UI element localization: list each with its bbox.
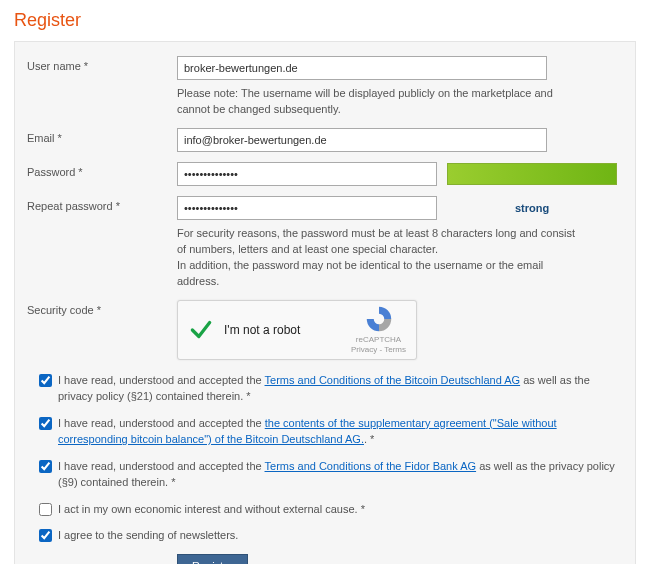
password-label: Password * [27,162,177,178]
security-code-label: Security code * [27,300,177,316]
checkbox-terms-bitcoin[interactable] [39,374,52,387]
repeat-password-label: Repeat password * [27,196,177,212]
agreement-own-interest[interactable]: I act in my own economic interest and wi… [39,501,623,518]
password-input[interactable] [177,162,437,186]
agreement-newsletter[interactable]: I agree to the sending of newsletters. [39,527,623,544]
recaptcha-widget[interactable]: I'm not a robot reCAPTCHA Privacy - Term… [177,300,417,360]
agreements-list: I have read, understood and accepted the… [27,372,623,544]
register-form: User name * Please note: The username wi… [14,41,636,564]
register-button[interactable]: Register [177,554,248,564]
agreement-supplementary[interactable]: I have read, understood and accepted the… [39,415,623,448]
email-input[interactable] [177,128,547,152]
username-label: User name * [27,56,177,72]
agreement-terms-fidor[interactable]: I have read, understood and accepted the… [39,458,623,491]
password-strength-label: strong [447,202,617,214]
username-help: Please note: The username will be displa… [177,86,587,118]
password-strength-bar [447,163,617,185]
checkbox-terms-fidor[interactable] [39,460,52,473]
recaptcha-icon [365,305,393,333]
recaptcha-brand: reCAPTCHA Privacy - Terms [351,305,406,354]
link-terms-bitcoin[interactable]: Terms and Conditions of the Bitcoin Deut… [265,374,521,386]
email-label: Email * [27,128,177,144]
checkbox-supplementary[interactable] [39,417,52,430]
captcha-text: I'm not a robot [224,323,300,337]
link-terms-fidor[interactable]: Terms and Conditions of the Fidor Bank A… [265,460,477,472]
checkmark-icon [188,317,214,343]
agreement-terms-bitcoin[interactable]: I have read, understood and accepted the… [39,372,623,405]
checkbox-newsletter[interactable] [39,529,52,542]
repeat-password-input[interactable] [177,196,437,220]
username-input[interactable] [177,56,547,80]
checkbox-own-interest[interactable] [39,503,52,516]
password-help: For security reasons, the password must … [177,226,587,290]
page-title: Register [14,10,636,31]
